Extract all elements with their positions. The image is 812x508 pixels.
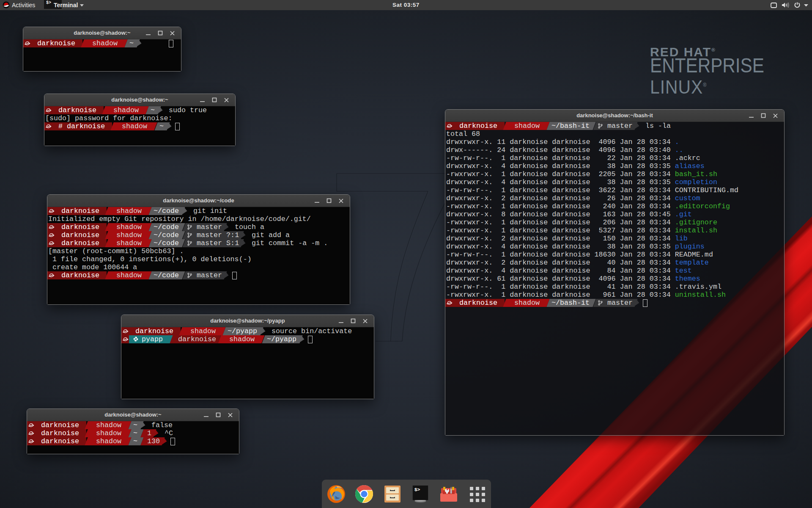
svg-text:$>: $> [414, 487, 420, 492]
